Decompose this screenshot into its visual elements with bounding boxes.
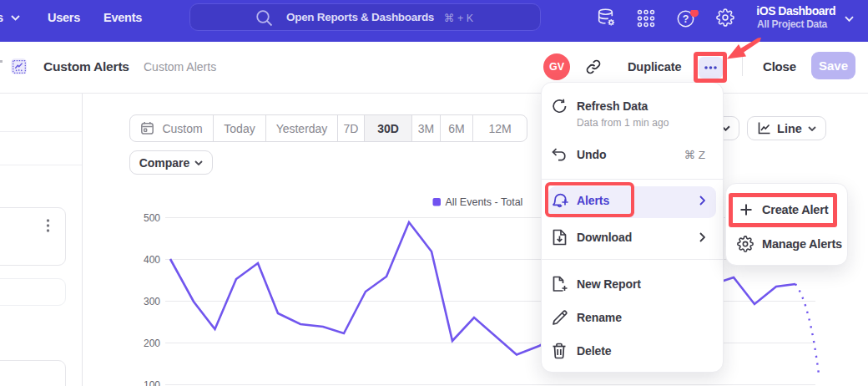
- svg-text:All Events - Total: All Events - Total: [446, 196, 523, 208]
- svg-text:200: 200: [144, 338, 160, 349]
- svg-text:500: 500: [144, 212, 160, 224]
- svg-text:100: 100: [144, 379, 160, 386]
- svg-text:?: ?: [683, 13, 689, 25]
- svg-text:400: 400: [144, 254, 160, 266]
- svg-text:300: 300: [144, 296, 160, 307]
